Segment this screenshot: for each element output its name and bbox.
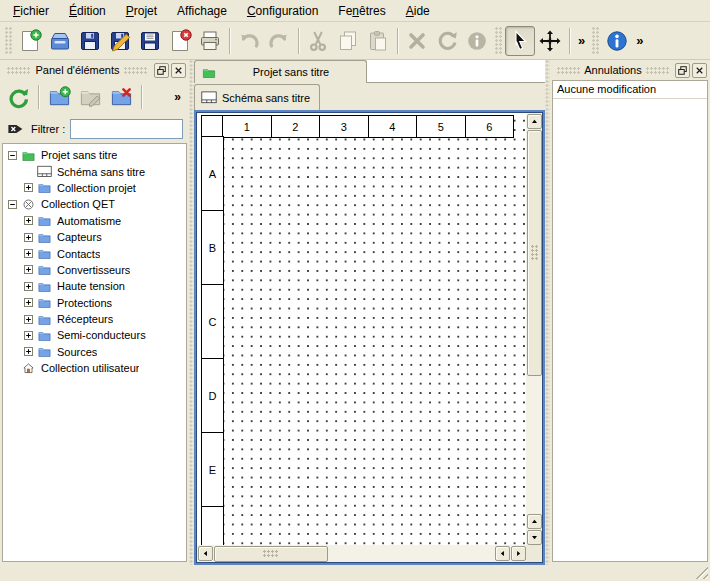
delete-button[interactable] <box>402 26 432 56</box>
expander-plus-icon[interactable] <box>24 216 33 225</box>
rotate-icon <box>435 29 459 53</box>
menu-fenetres[interactable]: Fenêtres <box>329 2 394 20</box>
scroll-right-button[interactable] <box>511 546 526 561</box>
open-file-button[interactable] <box>45 26 75 56</box>
copy-button[interactable] <box>333 26 363 56</box>
toolbar-separator <box>229 28 230 54</box>
reload-collections-button[interactable] <box>4 83 32 111</box>
tree-item-recepteurs[interactable]: Récepteurs <box>3 311 186 327</box>
print-button[interactable] <box>195 26 225 56</box>
pan-mode-button[interactable] <box>535 26 565 56</box>
main-area: Panel d'éléments » Filtrer : Projet sans… <box>0 60 710 565</box>
edit-category-button[interactable] <box>76 83 104 111</box>
horizontal-scrollbar[interactable] <box>197 545 526 562</box>
scroll-left-button[interactable] <box>198 546 213 561</box>
tree-item-label: Collection QET <box>41 198 115 210</box>
redo-icon <box>267 29 291 53</box>
undo-history-list: Aucune modification <box>552 80 708 562</box>
toolbar-grip-handle[interactable] <box>592 27 599 55</box>
expander-plus-icon[interactable] <box>24 233 33 242</box>
tab-schema-sans-titre[interactable]: Schéma sans titre <box>194 84 320 110</box>
menu-projet[interactable]: Projet <box>117 2 166 20</box>
vertical-scrollbar[interactable] <box>526 113 542 545</box>
scroll-up-button[interactable] <box>527 114 542 129</box>
expander-plus-icon[interactable] <box>24 347 33 356</box>
tree-item-capteurs[interactable]: Capteurs <box>3 229 186 245</box>
resize-grip[interactable] <box>695 566 708 579</box>
cut-button[interactable] <box>303 26 333 56</box>
expander-plus-icon[interactable] <box>24 183 33 192</box>
save-file-as-button[interactable] <box>105 26 135 56</box>
tree-item-convertisseurs[interactable]: Convertisseurs <box>3 262 186 278</box>
tree-item-label: Protections <box>57 297 112 309</box>
toolbar-overflow-2-button[interactable]: » <box>632 33 647 48</box>
horizontal-scroll-track[interactable] <box>213 545 494 562</box>
folder-blue-icon <box>37 312 53 326</box>
tree-item-contacts[interactable]: Contacts <box>3 245 186 261</box>
tree-item-collection-projet[interactable]: Collection projet <box>3 180 186 196</box>
expander-minus-icon[interactable] <box>8 151 17 160</box>
new-category-button[interactable] <box>45 83 73 111</box>
expander-plus-icon[interactable] <box>24 331 33 340</box>
toolbar-grip-handle[interactable] <box>495 27 502 55</box>
toolbar-separator <box>141 85 142 109</box>
scroll-down-button[interactable] <box>527 530 542 545</box>
select-mode-button[interactable] <box>505 26 535 56</box>
scroll-up-button-bottom[interactable] <box>527 514 542 529</box>
paste-button[interactable] <box>363 26 393 56</box>
tree-item-sources[interactable]: Sources <box>3 344 186 360</box>
vertical-scroll-track[interactable] <box>526 129 542 513</box>
expander-minus-icon[interactable] <box>8 200 17 209</box>
properties-button[interactable] <box>462 26 492 56</box>
panel-toolbar-overflow-button[interactable]: » <box>170 90 185 104</box>
delete-category-button[interactable] <box>107 83 135 111</box>
workspace: Projet sans titre Schéma sans titre 1234… <box>194 60 545 565</box>
column-header-6: 6 <box>465 115 515 138</box>
about-qet-button[interactable] <box>602 26 632 56</box>
menu-edition[interactable]: Édition <box>60 2 115 20</box>
horizontal-scroll-thumb[interactable] <box>214 546 328 562</box>
undo-list-item[interactable]: Aucune modification <box>553 81 707 99</box>
tree-item-protections[interactable]: Protections <box>3 295 186 311</box>
expander-plus-icon[interactable] <box>24 282 33 291</box>
diagram-canvas[interactable]: 123456 ABCDE <box>197 113 526 545</box>
menu-configuration[interactable]: Configuration <box>238 2 327 20</box>
tree-item-projet-sans-titre[interactable]: Projet sans titre <box>3 147 186 163</box>
filter-input[interactable] <box>70 119 183 139</box>
tree-item-collection-utilisateur[interactable]: Collection utilisateur <box>3 360 186 376</box>
elements-panel-titlebar[interactable]: Panel d'éléments <box>0 60 189 79</box>
menu-fichier[interactable]: Fichier <box>4 2 58 20</box>
tree-item-schema-sans-titre[interactable]: Schéma sans titre <box>3 163 186 179</box>
close-file-button[interactable] <box>165 26 195 56</box>
expander-plus-icon[interactable] <box>24 315 33 324</box>
rotate-button[interactable] <box>432 26 462 56</box>
float-undo-panel-button[interactable] <box>675 63 690 78</box>
float-panel-button[interactable] <box>154 63 169 78</box>
schema-icon <box>201 91 217 104</box>
save-file-button[interactable] <box>75 26 105 56</box>
expander-plus-icon[interactable] <box>24 265 33 274</box>
undo-panel-titlebar[interactable]: Annulations <box>550 60 710 79</box>
tab-projet-sans-titre[interactable]: Projet sans titre <box>194 60 367 83</box>
home-icon <box>21 361 37 375</box>
save-all-button[interactable] <box>135 26 165 56</box>
new-file-button[interactable] <box>15 26 45 56</box>
vertical-scroll-thumb[interactable] <box>527 130 542 376</box>
tree-item-haute-tension[interactable]: Haute tension <box>3 278 186 294</box>
scroll-left-button-right[interactable] <box>495 546 510 561</box>
close-undo-panel-button[interactable] <box>692 63 707 78</box>
close-panel-button[interactable] <box>171 63 186 78</box>
tree-item-semi-conducteurs[interactable]: Semi-conducteurs <box>3 327 186 343</box>
clear-filter-button[interactable] <box>6 120 26 137</box>
titlebar-grip <box>7 67 31 74</box>
expander-plus-icon[interactable] <box>24 298 33 307</box>
tree-item-automatisme[interactable]: Automatisme <box>3 213 186 229</box>
tree-item-collection-qet[interactable]: Collection QET <box>3 196 186 212</box>
toolbar-overflow-1-button[interactable]: » <box>574 33 589 48</box>
undo-button[interactable] <box>234 26 264 56</box>
toolbar-grip-handle[interactable] <box>5 27 12 55</box>
redo-button[interactable] <box>264 26 294 56</box>
menu-affichage[interactable]: Affichage <box>168 2 236 20</box>
menu-aide[interactable]: Aide <box>397 2 439 20</box>
expander-plus-icon[interactable] <box>24 249 33 258</box>
